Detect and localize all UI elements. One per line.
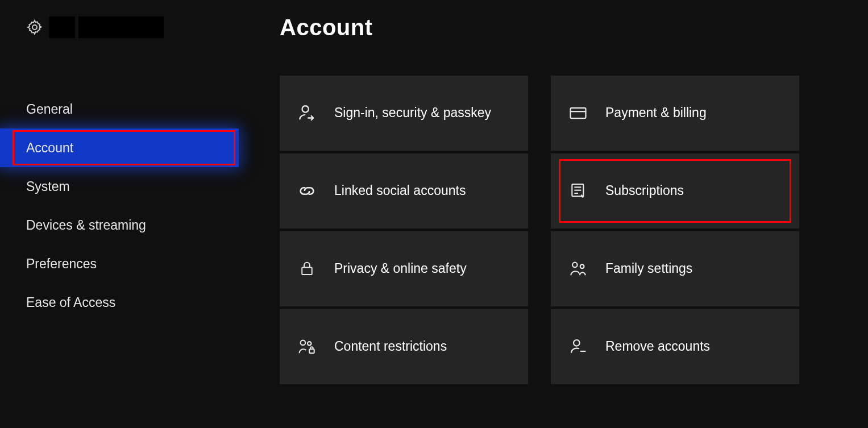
tile-remove-accounts[interactable]: Remove accounts [551, 309, 799, 384]
sidebar-item-label: General [26, 102, 73, 117]
person-minus-icon [568, 336, 588, 357]
link-icon [297, 181, 317, 201]
redacted-block [49, 16, 75, 38]
sidebar-item-label: Devices & streaming [26, 218, 146, 233]
tile-label: Payment & billing [605, 105, 707, 122]
tile-payment-billing[interactable]: Payment & billing [551, 76, 799, 151]
sidebar-item-label: Ease of Access [26, 295, 115, 310]
family-icon [568, 259, 588, 279]
svg-point-0 [32, 25, 37, 30]
sidebar-header [0, 10, 239, 44]
redacted-block [78, 16, 164, 38]
tile-label: Family settings [605, 260, 692, 277]
svg-point-12 [308, 342, 312, 346]
svg-rect-8 [302, 268, 312, 275]
sidebar-nav: General Account System Devices & streami… [0, 90, 239, 322]
card-icon [568, 103, 588, 123]
tile-label: Sign-in, security & passkey [334, 105, 491, 122]
tile-privacy-online-safety[interactable]: Privacy & online safety [280, 231, 528, 306]
sidebar-item-ease-of-access[interactable]: Ease of Access [0, 283, 239, 322]
tile-signin-security-passkey[interactable]: Sign-in, security & passkey [280, 76, 528, 151]
gear-icon [26, 19, 43, 36]
sidebar-item-system[interactable]: System [0, 167, 239, 206]
settings-tiles-grid: Sign-in, security & passkey Payment & bi… [280, 76, 868, 384]
sidebar-item-label: Preferences [26, 256, 97, 272]
tile-label: Privacy & online safety [334, 260, 467, 277]
lock-icon [297, 259, 317, 279]
people-lock-icon [297, 336, 317, 357]
tile-label: Subscriptions [605, 182, 684, 200]
sidebar-item-label: Account [26, 140, 73, 156]
main-panel: Account Sign-in, security & passkey Paym… [239, 0, 868, 428]
svg-rect-13 [309, 349, 314, 353]
tile-label: Content restrictions [334, 338, 447, 355]
svg-point-1 [302, 106, 309, 112]
tile-subscriptions[interactable]: Subscriptions [551, 153, 799, 228]
settings-sidebar: General Account System Devices & streami… [0, 0, 239, 428]
tile-content-restrictions[interactable]: Content restrictions [280, 309, 528, 384]
svg-rect-2 [571, 108, 586, 118]
svg-point-11 [301, 340, 306, 346]
document-icon [568, 181, 588, 201]
tile-linked-social-accounts[interactable]: Linked social accounts [280, 153, 528, 228]
tile-label: Remove accounts [605, 338, 710, 355]
svg-point-9 [572, 263, 578, 268]
sidebar-item-label: System [26, 179, 70, 194]
person-arrow-icon [297, 103, 317, 123]
sidebar-item-devices-streaming[interactable]: Devices & streaming [0, 206, 239, 244]
svg-point-14 [574, 340, 580, 346]
svg-point-10 [580, 264, 584, 268]
sidebar-item-account[interactable]: Account [0, 128, 239, 167]
sidebar-item-general[interactable]: General [0, 90, 239, 128]
tile-label: Linked social accounts [334, 182, 466, 200]
sidebar-item-preferences[interactable]: Preferences [0, 244, 239, 283]
page-title: Account [280, 15, 868, 40]
tile-family-settings[interactable]: Family settings [551, 231, 799, 306]
